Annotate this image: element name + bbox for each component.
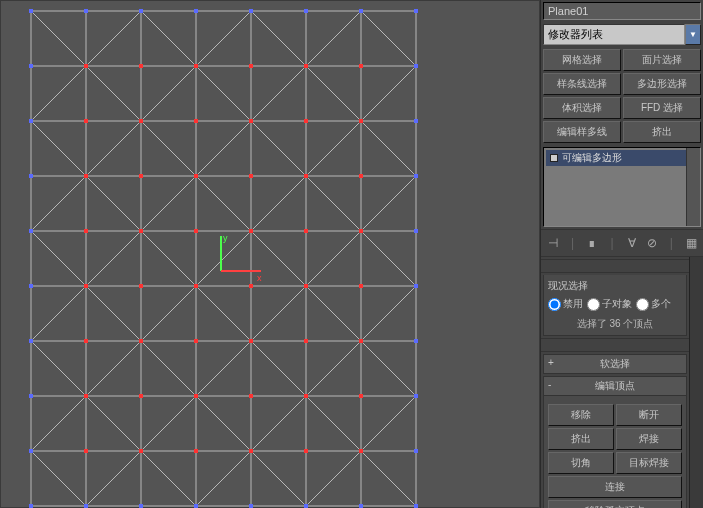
svg-rect-208 <box>194 9 198 13</box>
edit-vertex-header[interactable]: - 编辑顶点 <box>543 376 687 396</box>
mod-btn-spline-select[interactable]: 样条线选择 <box>543 73 621 95</box>
svg-rect-278 <box>84 504 88 508</box>
svg-text:x: x <box>257 273 262 283</box>
svg-line-156 <box>31 396 86 451</box>
edit-vertex-rollout: - 编辑顶点 移除 断开 挤出 焊接 切角 目标焊接 连接 移除孤立顶点 <box>543 376 687 508</box>
svg-line-46 <box>31 121 86 176</box>
configure-sets-icon[interactable]: ▦ <box>682 234 700 252</box>
svg-line-162 <box>141 396 196 451</box>
selection-status: 选择了 36 个顶点 <box>548 317 682 331</box>
svg-rect-276 <box>414 449 418 453</box>
svg-rect-271 <box>139 449 143 453</box>
svg-line-58 <box>251 121 306 176</box>
svg-line-87 <box>361 176 416 231</box>
svg-rect-260 <box>414 339 418 343</box>
svg-rect-229 <box>29 174 33 178</box>
svg-line-5 <box>86 11 141 66</box>
mod-btn-ffd-select[interactable]: FFD 选择 <box>623 97 701 119</box>
transform-gizmo[interactable]: y x <box>211 231 271 295</box>
svg-rect-272 <box>194 449 198 453</box>
svg-rect-215 <box>139 64 143 68</box>
svg-rect-227 <box>359 119 363 123</box>
svg-line-118 <box>141 286 196 341</box>
stack-toolbar: ⊣ | ∎ | ∀ ⊘ | ▦ <box>541 229 703 257</box>
svg-rect-236 <box>414 174 418 178</box>
modifier-stack[interactable]: 可编辑多边形 <box>543 147 701 227</box>
svg-rect-264 <box>194 394 198 398</box>
svg-rect-213 <box>29 64 33 68</box>
dropdown-icon[interactable]: ▼ <box>685 24 701 45</box>
chamfer-button[interactable]: 切角 <box>548 452 614 474</box>
mod-btn-vol-select[interactable]: 体积选择 <box>543 97 621 119</box>
svg-line-14 <box>251 11 306 66</box>
connect-button[interactable]: 连接 <box>548 476 682 498</box>
radio-disable[interactable]: 禁用 <box>548 297 583 311</box>
svg-rect-277 <box>29 504 33 508</box>
svg-rect-216 <box>194 64 198 68</box>
svg-line-204 <box>361 451 416 506</box>
remove-button[interactable]: 移除 <box>548 404 614 426</box>
svg-rect-219 <box>359 64 363 68</box>
svg-rect-261 <box>29 394 33 398</box>
svg-line-30 <box>141 66 196 121</box>
svg-rect-248 <box>194 284 198 288</box>
show-end-result-icon[interactable]: ∎ <box>583 234 601 252</box>
svg-rect-233 <box>249 174 253 178</box>
mod-btn-patch-select[interactable]: 面片选择 <box>623 49 701 71</box>
svg-rect-240 <box>194 229 198 233</box>
svg-rect-268 <box>414 394 418 398</box>
svg-line-131 <box>361 286 416 341</box>
soft-selection-header[interactable]: + 软选择 <box>543 354 687 374</box>
mesh-grid <box>1 1 541 508</box>
svg-rect-225 <box>249 119 253 123</box>
remove-isolated-button[interactable]: 移除孤立顶点 <box>548 500 682 508</box>
svg-text:y: y <box>223 233 228 243</box>
svg-line-140 <box>141 341 196 396</box>
stack-item-editable-poly[interactable]: 可编辑多边形 <box>546 150 698 166</box>
expand-icon: + <box>548 357 554 368</box>
svg-rect-205 <box>29 9 33 13</box>
svg-rect-266 <box>304 394 308 398</box>
weld-button[interactable]: 焊接 <box>616 428 682 450</box>
break-button[interactable]: 断开 <box>616 404 682 426</box>
svg-rect-262 <box>84 394 88 398</box>
svg-line-33 <box>196 66 251 121</box>
svg-line-183 <box>86 451 141 506</box>
svg-rect-275 <box>359 449 363 453</box>
mod-btn-edit-spline[interactable]: 编辑样多线 <box>543 121 621 143</box>
svg-rect-226 <box>304 119 308 123</box>
target-weld-button[interactable]: 目标焊接 <box>616 452 682 474</box>
panel-spacer <box>541 338 689 352</box>
svg-rect-235 <box>359 174 363 178</box>
object-name-field[interactable]: Plane01 <box>543 2 701 20</box>
svg-line-96 <box>141 231 196 286</box>
radio-subobject[interactable]: 子对象 <box>587 297 632 311</box>
svg-rect-246 <box>84 284 88 288</box>
extrude-button[interactable]: 挤出 <box>548 428 614 450</box>
remove-modifier-icon[interactable]: ⊘ <box>643 234 661 252</box>
modifier-list-combo[interactable]: 修改器列表 ▼ <box>543 24 701 45</box>
svg-line-168 <box>251 396 306 451</box>
svg-line-24 <box>31 66 86 121</box>
stack-scrollbar[interactable] <box>686 148 700 226</box>
svg-line-153 <box>361 341 416 396</box>
mod-btn-extrude[interactable]: 挤出 <box>623 121 701 143</box>
svg-rect-211 <box>359 9 363 13</box>
pin-stack-icon[interactable]: ⊣ <box>544 234 562 252</box>
panel-scrollbar[interactable] <box>689 257 703 508</box>
svg-rect-232 <box>194 174 198 178</box>
svg-rect-244 <box>414 229 418 233</box>
svg-line-134 <box>31 341 86 396</box>
svg-line-149 <box>306 341 361 396</box>
mod-btn-poly-select[interactable]: 多边形选择 <box>623 73 701 95</box>
make-unique-icon[interactable]: ∀ <box>623 234 641 252</box>
svg-line-146 <box>251 341 306 396</box>
svg-line-27 <box>86 66 141 121</box>
svg-line-199 <box>306 451 361 506</box>
mod-btn-mesh-select[interactable]: 网格选择 <box>543 49 621 71</box>
svg-rect-224 <box>194 119 198 123</box>
svg-rect-282 <box>304 504 308 508</box>
radio-multi[interactable]: 多个 <box>636 297 671 311</box>
stack-toggle-icon[interactable] <box>550 154 558 162</box>
viewport-3d[interactable]: y x <box>0 0 540 508</box>
